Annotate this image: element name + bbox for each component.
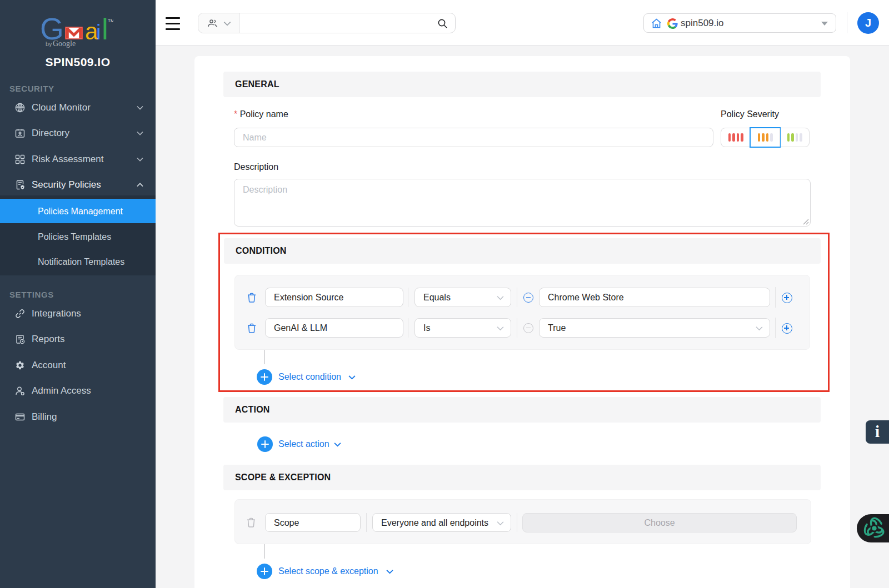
svg-text:TM: TM — [108, 18, 113, 23]
svg-text:i: i — [96, 21, 101, 44]
svg-text:by: by — [46, 41, 52, 47]
svg-text:i: i — [875, 423, 880, 440]
svg-text:Google: Google — [53, 39, 76, 48]
svg-text:l: l — [102, 16, 108, 46]
